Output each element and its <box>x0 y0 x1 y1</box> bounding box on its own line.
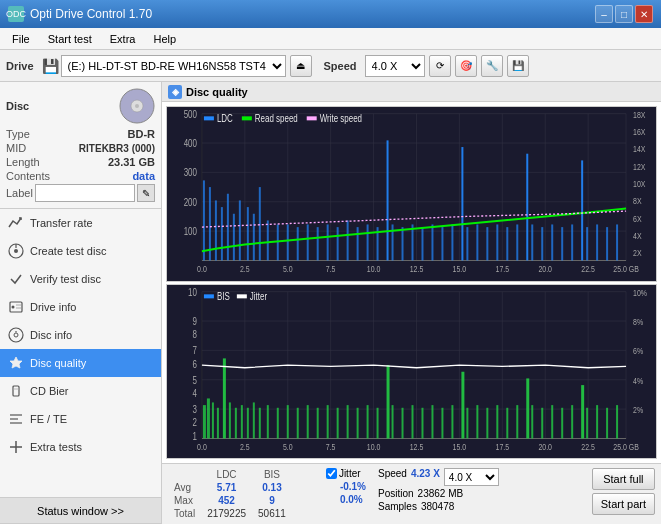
svg-text:5.0: 5.0 <box>283 442 293 452</box>
svg-rect-209 <box>606 407 608 438</box>
sidebar-item-transfer-rate[interactable]: Transfer rate <box>0 209 161 237</box>
titlebar: ODC Opti Drive Control 1.70 – □ ✕ <box>0 0 661 28</box>
sidebar-item-fe-te[interactable]: FE / TE <box>0 405 161 433</box>
toolbar-btn-1[interactable]: ⟳ <box>429 55 451 77</box>
svg-text:0.0: 0.0 <box>197 265 207 275</box>
label-input[interactable] <box>35 184 135 202</box>
sidebar-status: Status window >> <box>0 497 161 524</box>
svg-rect-196 <box>486 407 488 438</box>
close-button[interactable]: ✕ <box>635 5 653 23</box>
svg-rect-14 <box>13 386 19 396</box>
svg-text:20.0: 20.0 <box>538 442 552 452</box>
svg-text:4: 4 <box>193 386 197 398</box>
svg-text:8X: 8X <box>633 196 642 206</box>
menu-extra[interactable]: Extra <box>102 31 144 47</box>
svg-text:200: 200 <box>184 196 197 208</box>
svg-text:400: 400 <box>184 137 197 149</box>
svg-text:LDC: LDC <box>217 111 233 123</box>
sidebar-item-transfer-rate-label: Transfer rate <box>30 217 93 229</box>
svg-point-2 <box>135 104 139 108</box>
svg-text:17.5: 17.5 <box>496 442 510 452</box>
length-label: Length <box>6 156 40 168</box>
svg-rect-78 <box>307 224 309 260</box>
speed-selector[interactable]: 4.0 X <box>365 55 425 77</box>
svg-rect-95 <box>466 227 468 260</box>
svg-rect-208 <box>596 405 598 438</box>
svg-text:2%: 2% <box>633 405 644 415</box>
svg-rect-71 <box>247 207 249 260</box>
menubar: File Start test Extra Help <box>0 28 661 50</box>
total-label: Total <box>168 507 201 520</box>
svg-rect-203 <box>551 405 553 438</box>
action-buttons: Start full Start part <box>592 468 655 515</box>
svg-rect-106 <box>571 224 573 260</box>
app-icon: ODC <box>8 6 24 22</box>
svg-marker-13 <box>10 357 22 368</box>
svg-rect-170 <box>247 407 249 438</box>
svg-text:3: 3 <box>193 402 197 414</box>
svg-rect-168 <box>235 407 237 438</box>
svg-rect-73 <box>259 187 261 260</box>
sidebar-item-disc-info[interactable]: Disc info <box>0 321 161 349</box>
svg-rect-108 <box>586 227 588 260</box>
svg-rect-163 <box>207 398 210 438</box>
sidebar: Disc Type BD-R MID RITEKBR3 (000) Length… <box>0 82 162 524</box>
svg-rect-162 <box>203 405 206 438</box>
bis-header: BIS <box>252 468 292 481</box>
sidebar-item-cd-bier[interactable]: CD Bier <box>0 377 161 405</box>
menu-file[interactable]: File <box>4 31 38 47</box>
speed-stats-selector[interactable]: 4.0 X <box>444 468 499 486</box>
label-edit-button[interactable]: ✎ <box>137 184 155 202</box>
maximize-button[interactable]: □ <box>615 5 633 23</box>
svg-rect-114 <box>242 116 252 120</box>
toolbar-save-button[interactable]: 💾 <box>507 55 529 77</box>
minimize-button[interactable]: – <box>595 5 613 23</box>
svg-text:Read speed: Read speed <box>255 111 298 123</box>
sidebar-item-disc-quality[interactable]: Disc quality <box>0 349 161 377</box>
position-label: Position <box>378 488 414 499</box>
menu-start-test[interactable]: Start test <box>40 31 100 47</box>
svg-point-4 <box>14 249 18 253</box>
status-window-button[interactable]: Status window >> <box>0 498 161 524</box>
sidebar-item-verify-test-disc[interactable]: Verify test disc <box>0 265 161 293</box>
total-ldc: 2179225 <box>201 507 252 520</box>
disc-quality-icon <box>8 355 24 371</box>
svg-rect-77 <box>297 227 299 260</box>
jitter-checkbox[interactable] <box>326 468 337 479</box>
sidebar-item-verify-test-disc-label: Verify test disc <box>30 273 101 285</box>
svg-text:10%: 10% <box>633 287 648 297</box>
total-bis: 50611 <box>252 507 292 520</box>
svg-rect-167 <box>229 402 231 438</box>
svg-rect-178 <box>317 407 319 438</box>
start-part-button[interactable]: Start part <box>592 493 655 515</box>
samples-row: Samples 380478 <box>378 501 499 512</box>
svg-rect-74 <box>267 220 269 260</box>
toolbar-btn-3[interactable]: 🔧 <box>481 55 503 77</box>
menu-help[interactable]: Help <box>145 31 184 47</box>
jitter-checkbox-label[interactable]: Jitter <box>326 468 361 479</box>
app-icon-text: ODC <box>6 9 26 19</box>
svg-text:300: 300 <box>184 166 197 178</box>
svg-text:15.0: 15.0 <box>453 442 467 452</box>
svg-text:BIS: BIS <box>217 289 230 301</box>
ldc-chart: 500 400 300 200 100 18X 16X 14X 12X 10X … <box>166 106 657 282</box>
drive-selector[interactable]: (E:) HL-DT-ST BD-RE WH16NS58 TST4 <box>61 55 286 77</box>
window-controls: – □ ✕ <box>595 5 653 23</box>
contents-value: data <box>132 170 155 182</box>
svg-rect-172 <box>259 407 261 438</box>
svg-rect-188 <box>412 405 414 438</box>
toolbar-btn-2[interactable]: 🎯 <box>455 55 477 77</box>
start-full-button[interactable]: Start full <box>592 468 655 490</box>
samples-label: Samples <box>378 501 417 512</box>
svg-rect-112 <box>204 116 214 120</box>
sidebar-item-drive-info[interactable]: Drive info <box>0 293 161 321</box>
main-area: Disc Type BD-R MID RITEKBR3 (000) Length… <box>0 82 661 524</box>
sidebar-item-disc-info-label: Disc info <box>30 329 72 341</box>
svg-rect-177 <box>307 405 309 438</box>
max-bis: 9 <box>252 494 292 507</box>
stats-area: LDC BIS Avg 5.71 0.13 Max 452 <box>162 463 661 524</box>
sidebar-item-create-test-disc[interactable]: Create test disc <box>0 237 161 265</box>
svg-text:6%: 6% <box>633 346 644 356</box>
eject-button[interactable]: ⏏ <box>290 55 312 77</box>
sidebar-item-extra-tests[interactable]: Extra tests <box>0 433 161 461</box>
